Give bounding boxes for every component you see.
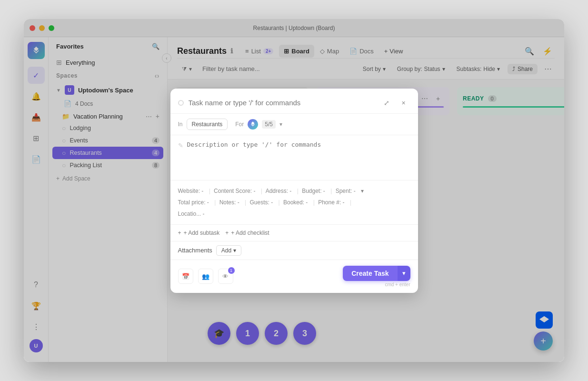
assignee-avatar (248, 119, 258, 130)
attachments-label: Attachments (178, 247, 212, 254)
task-status-indicator (178, 100, 184, 106)
task-title-input[interactable] (189, 99, 375, 107)
calendar-footer-icon[interactable]: 📅 (178, 269, 193, 284)
create-task-button[interactable]: Create Task (343, 266, 397, 281)
eye-footer-icon[interactable]: 👁 1 (218, 269, 233, 284)
in-label: In (178, 121, 183, 128)
assignee-selector[interactable] (248, 119, 258, 130)
expand-fields-icon[interactable]: ▾ (361, 188, 364, 194)
budget-field: Budget: - (302, 188, 325, 194)
desc-icon: ✎ (178, 142, 183, 149)
phone-field: Phone #: - (318, 199, 344, 206)
users-footer-icon[interactable]: 👥 (198, 269, 213, 284)
create-hint: cmd + enter (385, 282, 410, 287)
eye-badge: 1 (228, 267, 235, 274)
modal-overlay[interactable]: ⤢ × In Restaurants For (24, 37, 564, 362)
notes-field: Notes: - (219, 199, 239, 206)
total-price-field: Total price: - (178, 199, 209, 206)
add-subtask-label: + Add subtask (184, 230, 220, 236)
modal-footer: 📅 👥 👁 1 Create Task ▾ (170, 260, 418, 293)
add-checklist-button[interactable]: + + Add checklist (225, 230, 269, 236)
address-field: Address: - (266, 188, 292, 194)
add-attachment-button[interactable]: Add ▾ (216, 245, 241, 256)
website-field: Website: - (178, 188, 204, 194)
add-subtask-icon: + (178, 230, 181, 236)
create-task-arrow[interactable]: ▾ (398, 266, 410, 281)
spent-field: Spent: - (336, 188, 356, 194)
close-icon[interactable]: × (397, 96, 410, 110)
expand-icon[interactable]: ⤢ (380, 96, 393, 110)
for-label: For (235, 121, 244, 128)
fraction-value: 5/5 (262, 120, 276, 129)
create-task-button-group: Create Task ▾ (343, 266, 410, 281)
project-selector[interactable]: Restaurants (187, 119, 228, 130)
task-fields: Website: - | Content Score: - | Address:… (170, 180, 418, 225)
add-subtask-button[interactable]: + + Add subtask (178, 230, 220, 236)
task-description-input[interactable] (187, 141, 410, 174)
content-score-field: Content Score: - (214, 188, 255, 194)
booked-field: Booked: - (283, 199, 308, 206)
location-field: Locatio... - (178, 211, 205, 217)
create-task-modal: ⤢ × In Restaurants For (170, 89, 418, 293)
fraction-arrow[interactable]: ▾ (279, 121, 282, 128)
add-checklist-icon: + (225, 230, 229, 236)
guests-field: Guests: - (250, 199, 273, 206)
modal-actions: + + Add subtask + + Add checklist (170, 225, 418, 241)
add-checklist-label: + Add checklist (231, 230, 269, 236)
